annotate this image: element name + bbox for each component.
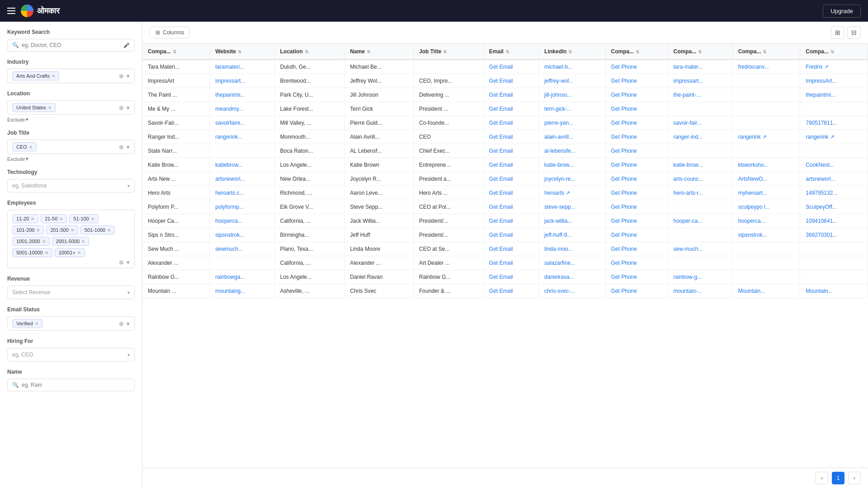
table-cell[interactable]: Get Phone <box>605 130 668 144</box>
table-cell[interactable]: Get Phone <box>605 116 668 130</box>
revenue-select[interactable]: Select Revenue ▾ <box>7 286 135 299</box>
email-status-tag-verified[interactable]: Verified ✕ <box>12 319 42 328</box>
get-phone-button[interactable]: Get Phone <box>611 106 637 112</box>
get-email-button[interactable]: Get Email <box>489 92 513 98</box>
table-cell[interactable]: Get Phone <box>605 242 668 256</box>
table-cell[interactable]: Get Email <box>483 270 538 284</box>
col-name[interactable]: Name ⇅ <box>344 44 414 60</box>
table-cell[interactable]: Get Phone <box>605 270 668 284</box>
prev-page-button[interactable]: ‹ <box>816 472 828 484</box>
emp-tag-remove[interactable]: ✕ <box>59 216 63 221</box>
get-email-button[interactable]: Get Email <box>489 246 513 252</box>
col-website[interactable]: Website ⇅ <box>210 44 274 60</box>
get-email-button[interactable]: Get Email <box>489 64 513 70</box>
get-email-button[interactable]: Get Email <box>489 274 513 280</box>
employees-tag-21-50[interactable]: 21-50 ✕ <box>41 214 67 223</box>
get-email-button[interactable]: Get Email <box>489 232 513 238</box>
technology-select[interactable]: eg, Salesforce ▾ <box>7 179 135 192</box>
col-location[interactable]: Location ⇅ <box>274 44 344 60</box>
get-email-button[interactable]: Get Email <box>489 162 513 168</box>
table-cell[interactable]: Get Phone <box>605 102 668 116</box>
table-cell[interactable]: Get Email <box>483 228 538 242</box>
employees-clear-icon[interactable]: ⊗ <box>119 259 124 266</box>
table-cell[interactable]: Get Phone <box>605 200 668 214</box>
table-cell[interactable]: Get Phone <box>605 158 668 172</box>
get-phone-button[interactable]: Get Phone <box>611 204 637 210</box>
col-comp1[interactable]: Compa... ⇅ <box>605 44 668 60</box>
job-title-filter-control[interactable]: CEO ✕ ⊗ ▾ <box>7 140 135 154</box>
table-cell[interactable]: Get Email <box>483 214 538 228</box>
email-status-clear-icon[interactable]: ⊗ <box>119 320 124 327</box>
get-phone-button[interactable]: Get Phone <box>611 64 637 70</box>
get-phone-button[interactable]: Get Phone <box>611 288 637 294</box>
get-email-button[interactable]: Get Email <box>489 288 513 294</box>
table-cell[interactable]: Get Email <box>483 88 538 102</box>
job-title-tag-ceo[interactable]: CEO ✕ <box>12 142 37 151</box>
emp-tag-remove[interactable]: ✕ <box>81 239 85 244</box>
keyword-search-box[interactable]: 🔍 🎤 <box>7 39 135 52</box>
email-status-filter-control[interactable]: Verified ✕ ⊗ ▾ <box>7 316 135 331</box>
table-cell[interactable]: Get Email <box>483 102 538 116</box>
location-clear-icon[interactable]: ⊗ <box>119 104 124 111</box>
get-phone-button[interactable]: Get Phone <box>611 120 637 126</box>
get-phone-button[interactable]: Get Phone <box>611 78 637 84</box>
industry-tag-remove[interactable]: ✕ <box>52 74 55 79</box>
emp-tag-remove[interactable]: ✕ <box>36 228 40 233</box>
list-view-button[interactable]: ⊟ <box>847 26 861 39</box>
email-status-tag-remove[interactable]: ✕ <box>35 321 38 326</box>
table-cell[interactable]: Get Phone <box>605 214 668 228</box>
get-email-button[interactable]: Get Email <box>489 148 513 154</box>
get-phone-button[interactable]: Get Phone <box>611 92 637 98</box>
get-email-button[interactable]: Get Email <box>489 218 513 224</box>
table-cell[interactable]: Get Phone <box>605 60 668 74</box>
get-phone-button[interactable]: Get Phone <box>611 190 637 196</box>
job-title-tag-remove[interactable]: ✕ <box>29 145 33 150</box>
table-cell[interactable]: Get Email <box>483 242 538 256</box>
table-cell[interactable]: Get Email <box>483 144 538 158</box>
col-linkedin[interactable]: LinkedIn ⇅ <box>539 44 605 60</box>
emp-tag-remove[interactable]: ✕ <box>91 216 94 221</box>
grid-view-button[interactable]: ⊞ <box>831 26 844 39</box>
employees-tag-101-200[interactable]: 101-200 ✕ <box>12 225 44 235</box>
get-phone-button[interactable]: Get Phone <box>611 162 637 168</box>
table-cell[interactable]: Get Email <box>483 256 538 270</box>
location-tag-remove[interactable]: ✕ <box>48 105 52 110</box>
get-phone-button[interactable]: Get Phone <box>611 232 637 238</box>
table-cell[interactable]: Get Email <box>483 172 538 186</box>
get-email-button[interactable]: Get Email <box>489 190 513 196</box>
table-cell[interactable]: Get Email <box>483 200 538 214</box>
employees-tag-501-1000[interactable]: 501-1000 ✕ <box>80 225 115 235</box>
job-title-clear-icon[interactable]: ⊗ <box>119 144 124 150</box>
name-input[interactable] <box>22 382 130 388</box>
industry-filter-control[interactable]: Arts And Crafts ✕ ⊗ ▾ <box>7 69 135 83</box>
employees-tag-51-100[interactable]: 51-100 ✕ <box>69 214 98 223</box>
table-cell[interactable]: Get Email <box>483 186 538 200</box>
get-phone-button[interactable]: Get Phone <box>611 274 637 280</box>
table-cell[interactable]: Get Email <box>483 284 538 298</box>
table-cell[interactable]: Get Phone <box>605 144 668 158</box>
hiring-for-select[interactable]: eg, CEO ▾ <box>7 348 135 361</box>
columns-button[interactable]: ⊞ Columns <box>150 27 190 38</box>
upgrade-button[interactable]: Upgrade <box>823 5 861 18</box>
employees-tag-10001plus[interactable]: 10001+ ✕ <box>55 248 85 257</box>
keyword-search-input[interactable] <box>22 42 121 48</box>
employees-tag-2001-5000[interactable]: 2001-5000 ✕ <box>52 237 90 246</box>
table-cell[interactable]: Get Phone <box>605 172 668 186</box>
location-exclude-toggle[interactable]: Exclude ▾ <box>7 117 135 122</box>
location-tag-us[interactable]: United States ✕ <box>12 103 56 112</box>
employees-tag-5001-10000[interactable]: 5001-10000 ✕ <box>12 248 52 257</box>
get-email-button[interactable]: Get Email <box>489 78 513 84</box>
industry-expand-icon[interactable]: ▾ <box>127 73 130 80</box>
employees-tag-1001-2000[interactable]: 1001-2000 ✕ <box>12 237 50 246</box>
get-email-button[interactable]: Get Email <box>489 120 513 126</box>
emp-tag-remove[interactable]: ✕ <box>45 250 48 255</box>
employees-tag-201-500[interactable]: 201-500 ✕ <box>46 225 78 235</box>
get-email-button[interactable]: Get Email <box>489 176 513 182</box>
industry-clear-icon[interactable]: ⊗ <box>119 73 124 80</box>
job-title-expand-icon[interactable]: ▾ <box>127 144 130 150</box>
table-cell[interactable]: Get Phone <box>605 256 668 270</box>
employees-tag-11-20[interactable]: 11-20 ✕ <box>12 214 38 223</box>
col-job-title[interactable]: Job Title ⇅ <box>414 44 484 60</box>
table-cell[interactable]: Get Phone <box>605 74 668 88</box>
table-cell[interactable]: Get Email <box>483 116 538 130</box>
